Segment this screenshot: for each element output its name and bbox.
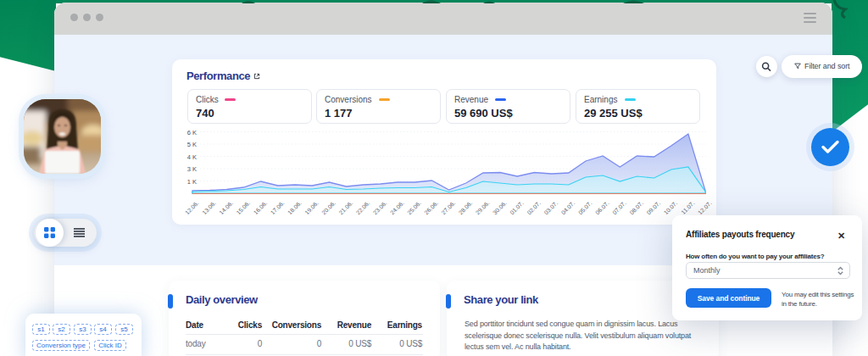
svg-text:09.07.: 09.07. bbox=[646, 200, 662, 216]
svg-text:01.07.: 01.07. bbox=[509, 200, 525, 216]
svg-text:05.07.: 05.07. bbox=[577, 200, 593, 216]
svg-text:26.06.: 26.06. bbox=[423, 200, 439, 216]
svg-text:21.06.: 21.06. bbox=[338, 200, 354, 216]
svg-text:29.06.: 29.06. bbox=[475, 200, 491, 216]
svg-text:04.07.: 04.07. bbox=[560, 200, 576, 216]
svg-text:27.06.: 27.06. bbox=[441, 200, 457, 216]
svg-text:25.06.: 25.06. bbox=[406, 200, 422, 216]
svg-text:23.06.: 23.06. bbox=[372, 200, 388, 216]
svg-text:20.06.: 20.06. bbox=[320, 200, 337, 216]
svg-text:17.06.: 17.06. bbox=[270, 200, 286, 216]
svg-text:28.06.: 28.06. bbox=[458, 200, 474, 216]
svg-text:5 K: 5 K bbox=[187, 141, 197, 148]
svg-text:18.06.: 18.06. bbox=[287, 200, 303, 216]
svg-text:1 K: 1 K bbox=[187, 178, 197, 186]
svg-text:06.07.: 06.07. bbox=[594, 200, 610, 216]
svg-text:07.07.: 07.07. bbox=[611, 200, 627, 216]
svg-text:03.07.: 03.07. bbox=[543, 200, 559, 216]
svg-text:13.06.: 13.06. bbox=[201, 200, 217, 216]
svg-text:19.06.: 19.06. bbox=[303, 200, 320, 216]
svg-text:02.07.: 02.07. bbox=[526, 200, 542, 216]
svg-text:4 K: 4 K bbox=[187, 153, 197, 161]
svg-text:11.07.: 11.07. bbox=[680, 200, 695, 215]
svg-text:30.06.: 30.06. bbox=[492, 200, 508, 216]
svg-text:22.06.: 22.06. bbox=[355, 200, 371, 216]
svg-text:12.06.: 12.06. bbox=[184, 200, 200, 216]
svg-text:14.06.: 14.06. bbox=[218, 200, 234, 216]
svg-text:24.06.: 24.06. bbox=[389, 200, 405, 216]
svg-text:10.07.: 10.07. bbox=[663, 200, 679, 216]
svg-text:12.07.: 12.07. bbox=[697, 200, 713, 216]
svg-text:08.07.: 08.07. bbox=[628, 200, 644, 216]
svg-text:15.06.: 15.06. bbox=[236, 200, 252, 216]
svg-text:6 K: 6 K bbox=[187, 129, 197, 136]
svg-text:3 K: 3 K bbox=[187, 165, 197, 173]
svg-text:16.06.: 16.06. bbox=[253, 200, 269, 216]
